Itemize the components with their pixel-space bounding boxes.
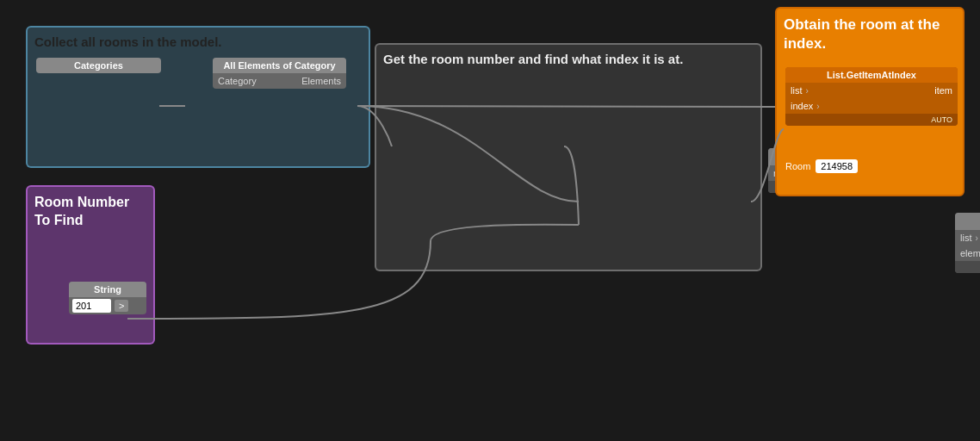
get-at-index-input2-label: index — [791, 101, 813, 111]
node-string: String 201 > — [69, 282, 146, 314]
get-at-index-footer: AUTO — [785, 114, 958, 126]
group-collect-rooms: Collect all rooms in the model. Categori… — [26, 26, 370, 168]
string-input[interactable]: 201 — [72, 299, 111, 313]
node-categories: Categories Rooms Category — [36, 58, 161, 73]
group-purple-label: Room Number To Find — [34, 194, 146, 230]
get-at-index-header: List.GetItemAtIndex — [785, 67, 958, 83]
room-output-row: Room 214958 — [785, 159, 858, 173]
room-output-label: Room — [785, 161, 810, 171]
group-room-number-find: Room Number To Find String 201 > — [26, 185, 155, 345]
list-indexof-header: List.IndexOf — [955, 213, 980, 230]
categories-header: Categories — [36, 58, 161, 73]
all-elements-output: Elements — [301, 76, 341, 86]
list-indexof-input1-label: list — [960, 233, 971, 243]
get-at-index-input2-arrow: › — [816, 102, 819, 111]
room-output-value: 214958 — [816, 159, 858, 173]
node-list-indexof: List.IndexOf list › int element › AUTO — [955, 213, 980, 273]
string-arrow-btn[interactable]: > — [115, 300, 128, 312]
list-indexof-footer: AUTO — [955, 261, 980, 273]
node-all-elements: All Elements of Category Category Elemen… — [213, 58, 346, 89]
all-elements-input: Category — [218, 76, 257, 86]
get-at-index-output-label: item — [934, 85, 952, 96]
list-indexof-row2: element › — [955, 245, 980, 261]
group-blue-label: Collect all rooms in the model. — [34, 34, 362, 49]
all-elements-header: All Elements of Category — [213, 58, 346, 73]
list-indexof-input1-arrow: › — [975, 233, 977, 243]
string-value-row: 201 > — [69, 297, 146, 314]
all-elements-row: Category Elements — [213, 73, 346, 89]
group-obtain-room: Obtain the room at the index. List.GetIt… — [775, 7, 964, 196]
get-at-index-input1-label: list — [791, 85, 802, 96]
string-header: String — [69, 282, 146, 297]
get-at-index-input1-arrow: › — [805, 86, 808, 96]
list-indexof-row1: list › int — [955, 230, 980, 245]
group-grey-label: Get the room number and find what index … — [383, 52, 754, 66]
get-at-index-row1: list › item — [785, 83, 958, 98]
get-at-index-row2: index › — [785, 98, 958, 114]
group-orange-label: Obtain the room at the index. — [784, 16, 956, 53]
group-get-room-number: Get the room number and find what index … — [375, 43, 762, 271]
node-get-at-index: List.GetItemAtIndex list › item index › … — [785, 67, 958, 126]
list-indexof-input2-label: element — [960, 248, 980, 258]
